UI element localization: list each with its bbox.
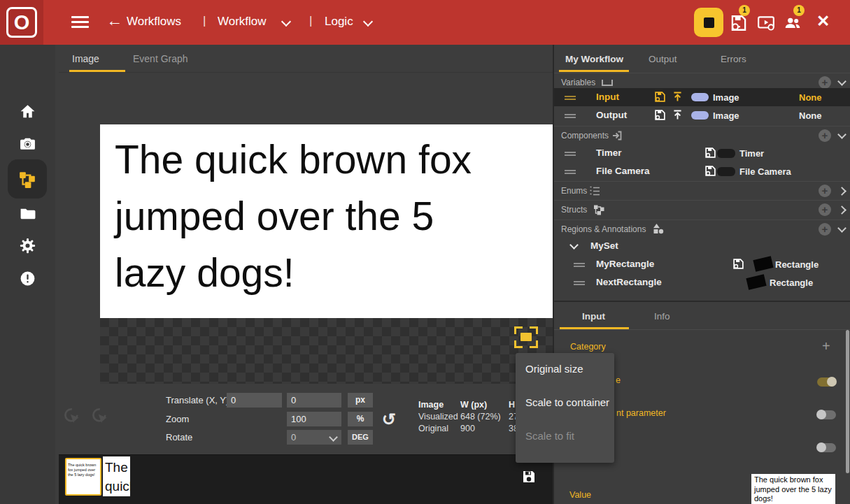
- translate-x-input[interactable]: [227, 393, 282, 408]
- chevron-down-icon[interactable]: [281, 17, 291, 27]
- variable-row-output[interactable]: Output Image None: [554, 106, 850, 124]
- setting-label-fragment: nt parameter: [616, 408, 666, 418]
- save-link-icon[interactable]: [654, 109, 666, 121]
- component-row-file-camera[interactable]: File Camera File Camera: [554, 162, 850, 180]
- translate-unit: px: [348, 393, 373, 408]
- breadcrumb-workflows[interactable]: Workflows: [127, 15, 181, 29]
- save-link-icon[interactable]: [704, 147, 716, 159]
- chevron-down-icon[interactable]: [837, 224, 847, 233]
- tab-info[interactable]: Info: [654, 311, 670, 322]
- reset-rotation-icon[interactable]: ↺: [382, 410, 396, 429]
- zoom-label: Zoom: [166, 414, 189, 424]
- save-link-icon[interactable]: [704, 165, 716, 177]
- section-regions[interactable]: Regions & Annotations +: [554, 219, 850, 238]
- variable-value[interactable]: None: [799, 92, 822, 103]
- click-tool-icon[interactable]: [91, 407, 110, 426]
- click-tool-icon[interactable]: [63, 407, 82, 426]
- regions-shapes-icon: [652, 223, 665, 235]
- save-link-icon[interactable]: [732, 258, 744, 270]
- rotate-select[interactable]: 0: [287, 430, 341, 445]
- tab-input[interactable]: Input: [582, 311, 605, 322]
- publish-icon[interactable]: [672, 91, 683, 103]
- section-structs[interactable]: Structs +: [554, 200, 850, 219]
- type-pill-image: [691, 111, 709, 120]
- region-row-myrectangle[interactable]: MyRectangle Rectangle: [554, 255, 850, 273]
- folder-icon[interactable]: [19, 205, 36, 222]
- breadcrumb-workflow[interactable]: Workflow: [218, 15, 267, 29]
- thumbnail-text: The quick brown fox jumped over the 5 la…: [66, 459, 100, 481]
- deploy-badge: 1: [739, 5, 750, 16]
- type-pill-component: [717, 149, 735, 158]
- save-link-icon[interactable]: [654, 91, 666, 103]
- chevron-down-icon[interactable]: [837, 77, 847, 86]
- drag-handle[interactable]: [574, 261, 585, 269]
- enums-icon: [589, 186, 600, 196]
- users-icon[interactable]: [783, 14, 802, 32]
- video-settings-icon[interactable]: [757, 14, 775, 32]
- chevron-right-icon[interactable]: [837, 187, 847, 196]
- thumbnail[interactable]: The quick brown fox jumped over the 5 la…: [103, 456, 130, 496]
- component-row-timer[interactable]: Timer Timer: [554, 144, 850, 162]
- drag-handle[interactable]: [565, 94, 576, 102]
- thumbnail-selected[interactable]: The quick brown fox jumped over the 5 la…: [65, 458, 101, 496]
- info-original-label: Original: [418, 424, 448, 433]
- breadcrumb-logic[interactable]: Logic: [325, 15, 353, 29]
- variable-value[interactable]: None: [799, 110, 822, 121]
- drag-handle[interactable]: [565, 168, 576, 176]
- tab-event-graph[interactable]: Event Graph: [133, 53, 188, 64]
- add-variable-button[interactable]: +: [819, 76, 831, 89]
- region-row-nextrectangle[interactable]: NextRectangle Rectangle: [554, 273, 850, 291]
- chevron-down-icon[interactable]: [837, 130, 847, 139]
- publish-icon[interactable]: [672, 109, 683, 121]
- app-logo[interactable]: O: [0, 0, 43, 45]
- add-component-button[interactable]: +: [819, 129, 831, 142]
- fit-to-frame-icon[interactable]: [514, 326, 538, 348]
- add-struct-button[interactable]: +: [819, 203, 831, 216]
- variables-icon: [602, 80, 613, 86]
- deploy-link-icon[interactable]: [730, 14, 748, 32]
- menu-item-original-size[interactable]: Original size: [525, 363, 583, 375]
- drag-handle[interactable]: [565, 112, 576, 120]
- scrollbar[interactable]: [846, 330, 849, 473]
- stop-button[interactable]: [694, 8, 723, 37]
- tab-output[interactable]: Output: [649, 54, 677, 64]
- chevron-down-icon[interactable]: [363, 17, 373, 27]
- sidebar-item-workflows[interactable]: [8, 159, 47, 199]
- toggle-off[interactable]: [817, 410, 836, 419]
- save-icon[interactable]: [522, 470, 536, 484]
- menu-icon[interactable]: [71, 16, 89, 29]
- section-enums[interactable]: Enums +: [554, 181, 850, 200]
- image-canvas[interactable]: The quick brown fox jumped over the 5 la…: [59, 73, 553, 454]
- variable-type: Image: [713, 110, 739, 121]
- region-name: MyRectangle: [596, 259, 654, 269]
- home-icon[interactable]: [19, 103, 36, 120]
- chevron-right-icon[interactable]: [837, 206, 847, 215]
- close-icon[interactable]: ✕: [816, 12, 830, 31]
- menu-item-scale-to-container[interactable]: Scale to container: [525, 396, 609, 408]
- visualized-image[interactable]: The quick brown fox jumped over the 5 la…: [100, 124, 553, 318]
- variable-row-input[interactable]: Input Image None: [554, 88, 850, 106]
- variable-name: Output: [596, 110, 627, 120]
- toggle-on[interactable]: [817, 377, 836, 387]
- info-col-h: H: [509, 400, 515, 410]
- tab-my-workflow[interactable]: My Workflow: [565, 54, 623, 64]
- tab-errors[interactable]: Errors: [721, 54, 746, 64]
- drag-handle[interactable]: [574, 279, 585, 287]
- camera-icon[interactable]: [19, 135, 36, 152]
- add-region-button[interactable]: +: [819, 223, 831, 236]
- toggle-off[interactable]: [817, 443, 836, 452]
- settings-icon[interactable]: [19, 237, 36, 254]
- add-category-icon[interactable]: +: [822, 338, 830, 354]
- alert-icon[interactable]: [19, 270, 36, 287]
- setting-label-fragment: e: [616, 375, 621, 385]
- section-components[interactable]: Components +: [554, 126, 850, 144]
- zoom-input[interactable]: [287, 412, 341, 426]
- drag-handle[interactable]: [565, 150, 576, 158]
- chevron-down-icon[interactable]: [569, 240, 579, 250]
- add-enum-button[interactable]: +: [819, 185, 831, 197]
- region-set-row[interactable]: MySet: [554, 238, 850, 255]
- back-arrow-icon[interactable]: ←: [106, 11, 122, 30]
- tab-image[interactable]: Image: [72, 53, 99, 64]
- translate-y-input[interactable]: [287, 393, 341, 408]
- stop-icon: [704, 17, 714, 28]
